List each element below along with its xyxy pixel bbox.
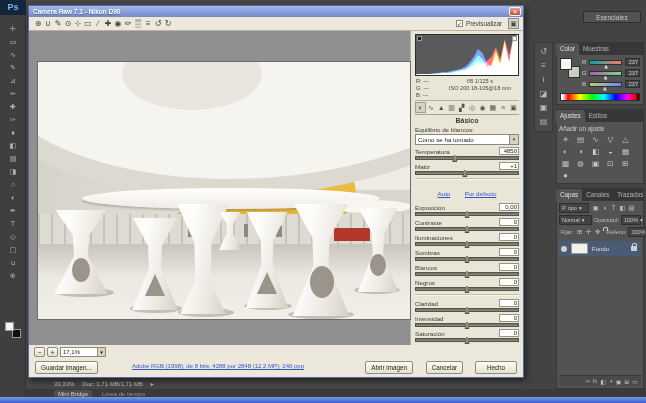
rotate-right-button-icon[interactable]: ↻ [163,19,173,28]
selective-color-icon[interactable]: ⊞ [618,158,633,170]
slider-track[interactable] [415,242,519,246]
new-adjustment-layer-icon[interactable]: ◑ [609,378,613,384]
default-link[interactable]: Por defecto [465,190,497,197]
zoom-out-button[interactable]: − [34,347,45,357]
hand-tool-icon[interactable]: ∪ [43,19,53,28]
hsl-tab-icon[interactable]: ▥ [447,103,456,112]
blend-mode-dropdown[interactable]: Normal▾ [559,215,592,225]
zoom-level-dropdown[interactable]: 17,1% ▾ [60,347,106,357]
color-ramp[interactable] [560,93,640,101]
channel-value[interactable]: 237 [625,80,640,88]
channel-slider-thumb[interactable] [604,76,608,80]
layer-style-icon[interactable]: fx [593,378,598,384]
zoom-tool-icon[interactable]: ⊕ [33,19,43,28]
quick-selection-tool-icon[interactable]: ✎ [2,61,24,74]
lock-position-icon[interactable]: ✥ [593,228,602,236]
channel-mixer-icon[interactable]: ▦ [618,146,633,158]
channel-slider[interactable] [589,82,622,87]
channel-slider[interactable] [589,71,622,76]
hand-tool-icon[interactable]: ∪ [2,256,24,269]
slider-value[interactable]: 0 [499,278,519,286]
slider-thumb[interactable] [465,307,470,314]
slider-value[interactable]: 0 [499,299,519,307]
slider-thumb[interactable] [465,226,470,233]
rotate-left-button-icon[interactable]: ↺ [153,19,163,28]
close-icon[interactable]: ✕ [509,7,521,16]
histogram-panel-icon[interactable]: ▤ [536,115,551,129]
statusbar-arrow-icon[interactable]: ▸ [151,380,154,387]
preview-image[interactable] [38,62,410,319]
color-panel-swatches[interactable] [560,58,580,78]
spot-removal-tool-icon[interactable]: ✚ [103,19,113,28]
slider-thumb[interactable] [452,155,457,162]
slider-track[interactable] [415,156,519,160]
layer-filter-dropdown[interactable]: P. tipo▾ [559,203,589,213]
brightness-contrast-icon[interactable]: ☀ [558,134,573,146]
layer-row-background[interactable]: Fondo [559,241,641,256]
slider-track[interactable] [415,323,519,327]
open-image-button[interactable]: Abrir imagen [365,361,413,374]
channel-value[interactable]: 237 [625,58,640,66]
zoom-tool-icon[interactable]: ⊕ [2,269,24,282]
basic-tab-icon[interactable]: ◐ [416,103,425,112]
vibrance-icon[interactable]: △ [618,134,633,146]
split-toning-tab-icon[interactable]: ▞ [457,103,466,112]
exposure-icon[interactable]: ▽ [603,134,618,146]
slider-value[interactable]: 0,00 [499,203,519,211]
new-group-icon[interactable]: ▣ [616,378,622,385]
tab-layers[interactable]: Capas [556,189,582,201]
preview-checkbox[interactable]: ✓ [456,20,463,27]
channel-value[interactable]: 237 [625,69,640,77]
lock-pixels-icon[interactable]: ✛ [584,228,593,236]
slider-thumb[interactable] [465,337,470,344]
slider-track[interactable] [415,227,519,231]
workspace-switcher-button[interactable]: Esenciales [583,11,641,23]
gradient-tool-icon[interactable]: ◨ [2,165,24,178]
lasso-tool-icon[interactable]: ∿ [2,48,24,61]
delete-layer-icon[interactable]: ▭ [632,378,638,385]
lock-transparency-icon[interactable]: ⊞ [575,228,584,236]
color-sampler-tool-icon[interactable]: ⊙ [63,19,73,28]
color-balance-icon[interactable]: ◑ [573,146,588,158]
slider-thumb[interactable] [465,286,470,293]
presets-tab-icon[interactable]: ≡ [499,103,508,112]
tab-paths[interactable]: Trazados [613,189,646,201]
crop-tool-icon[interactable]: ▭ [83,19,93,28]
done-button[interactable]: Hecho [475,361,517,374]
zoom-in-button[interactable]: + [47,347,58,357]
tab-channels[interactable]: Canales [582,189,613,201]
slider-track[interactable] [415,171,519,175]
auto-link[interactable]: Auto [438,190,451,197]
channel-slider-thumb[interactable] [603,87,607,91]
camera-calibration-tab-icon[interactable]: ▦ [488,103,497,112]
snapshots-tab-icon[interactable]: ▣ [509,103,518,112]
channel-slider-thumb[interactable] [604,65,608,69]
slider-value[interactable]: +1 [499,162,519,170]
brush-tool-icon[interactable]: ✑ [2,113,24,126]
chevron-down-icon[interactable]: ▾ [97,348,105,356]
slider-track[interactable] [415,257,519,261]
link-layers-icon[interactable]: ∞ [585,378,589,384]
filter-smart-icon[interactable]: ▤ [627,204,636,212]
slider-thumb[interactable] [465,256,470,263]
slider-track[interactable] [415,212,519,216]
levels-icon[interactable]: ▤ [573,134,588,146]
tab-adjustments[interactable]: Ajustes [556,110,585,122]
photo-filter-icon[interactable]: ◒ [603,146,618,158]
slider-thumb[interactable] [465,322,470,329]
path-selection-tool-icon[interactable]: ◇ [2,230,24,243]
highlight-clipping-indicator[interactable] [512,36,517,41]
shape-tool-icon[interactable]: ▢ [2,243,24,256]
adjustment-brush-tool-icon[interactable]: ✏ [123,19,133,28]
slider-track[interactable] [415,308,519,312]
layer-visibility-eye-icon[interactable] [561,246,567,252]
tab-swatches[interactable]: Muestras [579,43,613,55]
foreground-swatch[interactable] [560,58,572,70]
channel-slider[interactable] [589,60,622,65]
posterize-icon[interactable]: ▣ [588,158,603,170]
lens-corrections-tab-icon[interactable]: ◎ [468,103,477,112]
fill-value[interactable]: 100%▾ [628,227,646,237]
slider-value[interactable]: 0 [499,314,519,322]
navigator-panel-icon[interactable]: ◪ [536,87,551,101]
graduated-filter-tool-icon[interactable]: ▒ [133,19,143,28]
